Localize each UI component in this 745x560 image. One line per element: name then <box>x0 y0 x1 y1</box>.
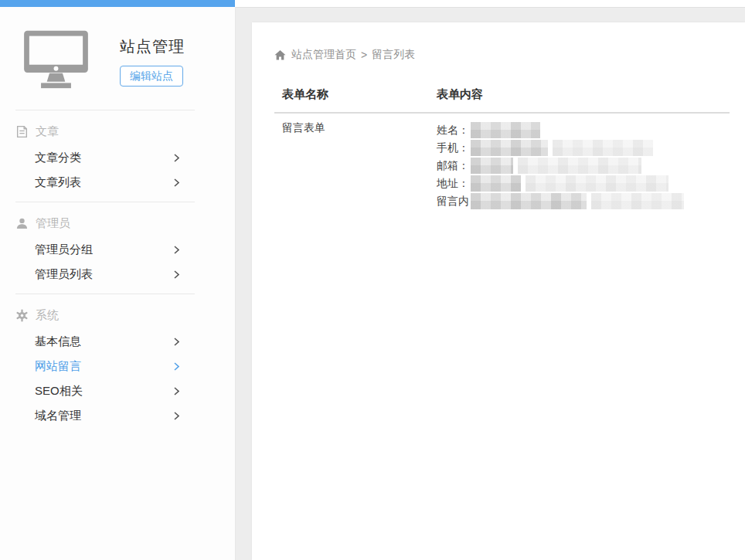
field-line-phone: 手机： <box>437 139 730 157</box>
monitor-icon <box>23 30 89 89</box>
chevron-right-icon <box>174 178 179 187</box>
field-line-email: 邮箱： <box>437 157 730 175</box>
redacted-value <box>471 193 587 209</box>
sidebar-item-admin-list[interactable]: 管理员列表 <box>15 262 195 287</box>
redacted-value <box>591 193 684 209</box>
page-title: 站点管理 <box>120 36 185 57</box>
home-icon <box>274 49 286 61</box>
breadcrumb-home-link[interactable]: 站点管理首页 <box>291 48 356 62</box>
top-accent-bar <box>0 0 235 7</box>
chevron-right-icon <box>174 362 179 371</box>
sidebar-item-basic-info[interactable]: 基本信息 <box>15 329 195 354</box>
sidebar-item-article-list[interactable]: 文章列表 <box>15 170 195 195</box>
chevron-right-icon <box>174 246 179 254</box>
system-icon <box>15 309 29 322</box>
chevron-right-icon <box>174 387 179 395</box>
section-label: 文章 <box>36 124 59 139</box>
table-header-row: 表单名称 表单内容 <box>274 75 730 114</box>
redacted-value <box>526 175 668 192</box>
chevron-right-icon <box>174 270 179 279</box>
column-header-form-content: 表单内容 <box>429 87 730 102</box>
redacted-value <box>471 140 548 156</box>
breadcrumb-current: 留言列表 <box>372 48 415 62</box>
sidebar-item-article-category[interactable]: 文章分类 <box>15 145 195 170</box>
breadcrumb-separator: > <box>361 49 367 61</box>
column-header-form-name: 表单名称 <box>274 87 429 102</box>
edit-site-button[interactable]: 编辑站点 <box>120 66 183 87</box>
sidebar-item-admin-groups[interactable]: 管理员分组 <box>15 237 195 262</box>
chevron-right-icon <box>174 412 179 420</box>
form-name-cell: 留言表单 <box>274 121 429 210</box>
form-content-cell: 姓名： 手机： 邮箱： 地址： <box>429 121 730 210</box>
site-logo-block: 站点管理 编辑站点 <box>0 7 235 110</box>
message-table: 表单名称 表单内容 留言表单 姓名： 手机： 邮箱： <box>274 75 730 210</box>
section-label: 管理员 <box>36 216 70 231</box>
sidebar-section-articles: 文章 文章分类 文章列表 <box>15 110 195 202</box>
sidebar-section-admins: 管理员 管理员分组 管理员列表 <box>15 202 195 294</box>
table-row: 留言表单 姓名： 手机： 邮箱： <box>274 114 730 210</box>
redacted-value <box>471 158 513 174</box>
redacted-value <box>471 175 521 192</box>
chevron-right-icon <box>174 338 179 346</box>
sidebar-item-domain[interactable]: 域名管理 <box>15 403 195 428</box>
field-line-name: 姓名： <box>437 121 730 139</box>
admin-icon <box>15 217 29 230</box>
redacted-value <box>553 140 653 156</box>
content-card: 站点管理首页 > 留言列表 表单名称 表单内容 留言表单 姓名： 手机： <box>252 22 745 560</box>
article-icon <box>15 125 29 138</box>
field-line-address: 地址： <box>437 175 730 192</box>
section-header-admins: 管理员 <box>15 209 195 237</box>
breadcrumb: 站点管理首页 > 留言列表 <box>274 49 730 61</box>
redacted-value <box>518 158 641 174</box>
sidebar-item-seo[interactable]: SEO相关 <box>15 378 195 403</box>
main-area: 站点管理首页 > 留言列表 表单名称 表单内容 留言表单 姓名： 手机： <box>236 7 745 560</box>
field-line-message: 留言内 <box>437 192 730 210</box>
redacted-value <box>471 122 540 138</box>
sidebar-item-site-messages[interactable]: 网站留言 <box>15 354 195 378</box>
sidebar: 站点管理 编辑站点 文章 文章分类 文章列表 <box>0 7 236 560</box>
chevron-right-icon <box>174 154 179 162</box>
sidebar-section-system: 系统 基本信息 网站留言 SEO相关 域名管理 <box>15 294 195 435</box>
section-header-articles: 文章 <box>15 117 195 145</box>
section-header-system: 系统 <box>15 301 195 329</box>
section-label: 系统 <box>36 308 59 323</box>
